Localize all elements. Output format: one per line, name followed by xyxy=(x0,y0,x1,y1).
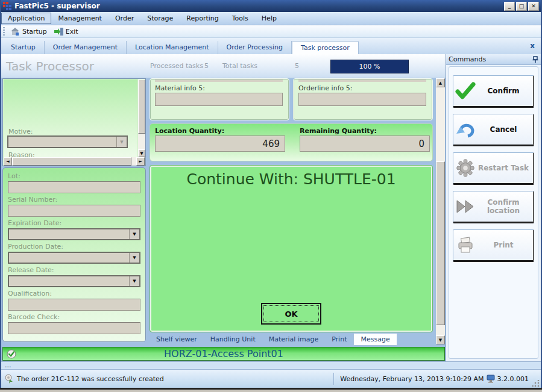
access-point-text: HORZ-01-Access Point01 xyxy=(3,348,444,359)
release-date-dropdown: ▼ xyxy=(8,275,140,287)
production-date-label: Production Date: xyxy=(8,243,140,250)
total-tasks-label: Total tasks xyxy=(222,62,257,70)
restart-task-label: Restart Task xyxy=(477,164,533,172)
progress-value: 100 % xyxy=(359,63,380,70)
tab-location-management[interactable]: Location Management xyxy=(127,41,218,54)
menu-help[interactable]: Help xyxy=(255,13,283,24)
tab-close-icon[interactable]: x xyxy=(530,42,535,50)
resize-grip[interactable] xyxy=(532,380,540,388)
orderline-info-label: Orderline info 5: xyxy=(298,84,352,92)
production-date-field-group: Production Date: ▼ xyxy=(8,243,140,264)
commands-panel: Commands Confirm xyxy=(446,54,541,361)
material-info-label: Material info 5: xyxy=(155,84,205,92)
remaining-quantity-label: Remaining Quantity: xyxy=(300,127,377,135)
restart-task-button: Restart Task xyxy=(453,152,534,185)
qualification-input xyxy=(8,299,140,311)
tab-order-management[interactable]: Order Management xyxy=(45,41,127,54)
scroll-left-icon[interactable]: ◄ xyxy=(4,157,12,166)
tab-task-processor[interactable]: Task processor xyxy=(292,41,359,54)
hscroll-thumb[interactable] xyxy=(12,157,131,166)
tab-material-image[interactable]: Material image xyxy=(262,334,325,346)
toolbar-grip[interactable] xyxy=(3,27,5,36)
menu-application[interactable]: Application xyxy=(1,13,51,24)
release-date-field-group: Release Date: ▼ xyxy=(8,266,140,287)
serial-number-input xyxy=(8,205,140,217)
focus-rect xyxy=(263,305,319,322)
clipped-field xyxy=(298,79,426,82)
app-window: FastPic5 - supervisor _ □ ✕ Application … xyxy=(0,0,542,389)
check-icon xyxy=(453,82,477,100)
tab-startup[interactable]: Startup xyxy=(2,41,45,54)
processed-tasks-value: 5 xyxy=(204,62,209,70)
access-point-bar: HORZ-01-Access Point01 xyxy=(2,347,445,361)
menu-tools[interactable]: Tools xyxy=(225,13,255,24)
motive-panel-hscrollbar[interactable]: ◄ ► xyxy=(4,157,145,166)
confirm-button[interactable]: Confirm xyxy=(453,75,534,108)
ok-button[interactable]: OK xyxy=(261,303,321,325)
orderline-info-panel: Orderline info 5: xyxy=(293,78,433,120)
quantity-panel: Location Quantity: 469 Remaining Quantit… xyxy=(150,123,433,161)
lot-details-panel: Lot: Serial Number: Expiration Date: ▼ P… xyxy=(2,167,146,342)
location-quantity-label: Location Quantity: xyxy=(155,127,224,135)
window-bottom-border xyxy=(0,388,542,392)
message-panel: Continue With: SHUTTLE-01 OK xyxy=(150,165,433,332)
continue-message: Continue With: SHUTTLE-01 xyxy=(150,170,432,188)
confirm-location-button: Confirm location xyxy=(453,191,534,223)
statusbar-divider xyxy=(333,373,334,385)
startup-label: Startup xyxy=(22,28,47,36)
pin-icon[interactable] xyxy=(532,56,538,63)
expiration-date-label: Expiration Date: xyxy=(8,219,140,227)
scroll-right-icon[interactable]: ► xyxy=(136,157,145,166)
close-button[interactable]: ✕ xyxy=(528,2,539,11)
page-header: Task Processor Processed tasks 5 Total t… xyxy=(1,54,446,78)
commands-title: Commands xyxy=(449,55,486,63)
chevron-down-icon: ▼ xyxy=(129,253,139,263)
scroll-down-icon[interactable]: ▼ xyxy=(436,335,445,344)
qualification-label: Qualification: xyxy=(8,290,140,297)
menu-reporting[interactable]: Reporting xyxy=(180,13,225,24)
status-message: The order 21C-112 was successfully creat… xyxy=(17,375,330,383)
status-datetime: Wednesday, February 13, 2013 9:10:29 AM xyxy=(338,375,486,383)
chevron-down-icon: ▼ xyxy=(129,276,139,286)
production-date-dropdown: ▼ xyxy=(8,252,140,264)
document-tabstrip: Startup Order Management Location Manage… xyxy=(1,38,541,54)
scroll-up-icon[interactable]: ▲ xyxy=(436,78,445,87)
commands-header: Commands xyxy=(446,54,541,65)
startup-button[interactable]: Startup xyxy=(7,26,51,37)
maximize-button[interactable]: □ xyxy=(516,2,527,11)
version-label: 3.2.0.001 xyxy=(495,375,532,383)
vscroll-thumb[interactable] xyxy=(138,79,145,134)
minimize-button[interactable]: _ xyxy=(504,2,515,11)
menu-order[interactable]: Order xyxy=(109,13,140,24)
cancel-label: Cancel xyxy=(477,125,533,134)
exit-icon xyxy=(54,28,63,36)
menu-management[interactable]: Management xyxy=(51,13,108,24)
menu-storage[interactable]: Storage xyxy=(140,13,180,24)
menu-bar: Application Management Order Storage Rep… xyxy=(1,12,541,25)
main-vscrollbar[interactable]: ▲ ▼ xyxy=(436,78,445,344)
serial-number-label: Serial Number: xyxy=(8,196,140,204)
fast-forward-icon xyxy=(453,199,477,214)
exit-button[interactable]: Exit xyxy=(51,26,82,37)
vscroll-thumb[interactable] xyxy=(436,161,445,325)
overflow-row[interactable]: ... xyxy=(1,361,541,369)
scroll-down-icon[interactable]: ▼ xyxy=(138,149,145,157)
expiration-date-field-group: Expiration Date: ▼ xyxy=(8,219,140,240)
tab-shelf-viewer[interactable]: Shelf viewer xyxy=(150,334,204,346)
motive-panel-vscrollbar[interactable]: ▼ xyxy=(138,79,145,157)
motive-label: Motive: xyxy=(8,128,33,135)
release-date-label: Release Date: xyxy=(8,266,140,274)
undo-icon xyxy=(453,120,477,138)
barcode-check-field-group: Barcode Check: xyxy=(8,313,140,334)
tab-print[interactable]: Print xyxy=(325,334,353,346)
tab-message[interactable]: Message xyxy=(353,334,397,346)
tab-handling-unit[interactable]: Handling Unit xyxy=(204,334,262,346)
window-title: FastPic5 - supervisor xyxy=(14,2,100,10)
commands-body: Confirm Cancel xyxy=(449,66,538,359)
home-icon xyxy=(11,28,20,36)
motive-reason-panel: Motive: ▼ Reason: ▼ ◄ ► xyxy=(2,78,146,166)
cancel-button[interactable]: Cancel xyxy=(453,114,534,146)
location-quantity-value: 469 xyxy=(155,135,285,152)
print-label: Print xyxy=(477,241,533,249)
tab-order-processing[interactable]: Order Processing xyxy=(218,41,292,54)
